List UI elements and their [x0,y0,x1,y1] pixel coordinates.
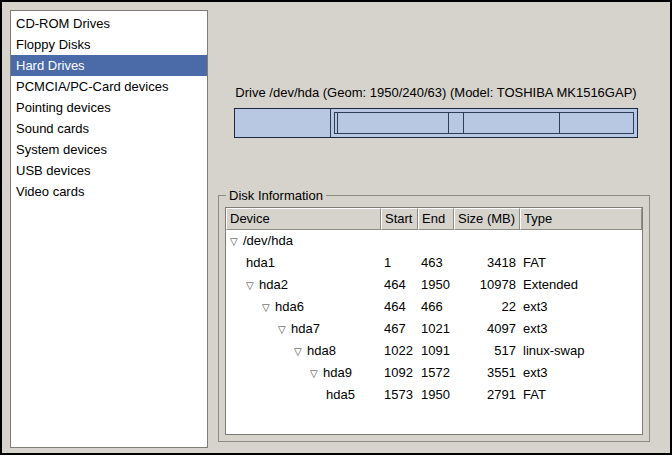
end-cell: 463 [418,252,454,274]
bar-segment-hda1[interactable] [235,109,331,137]
device-cell: ▽hda2 [226,274,381,296]
table-row[interactable]: ▽hda8 1022 1091 517 linux-swap [226,340,642,362]
device-cell: ▽hda9 [226,362,381,384]
table-row[interactable]: hda5 1573 1950 2791 FAT [226,384,642,406]
table-row[interactable]: hda1 1 463 3418 FAT [226,252,642,274]
type-cell: Extended [520,274,642,296]
expander-icon[interactable]: ▽ [246,275,259,296]
expander-icon[interactable]: ▽ [262,297,275,318]
type-cell: ext3 [520,362,642,384]
start-cell [381,230,418,252]
device-label: hda8 [307,343,336,358]
device-cell: ▽/dev/hda [226,230,381,252]
size-cell: 517 [454,340,520,362]
end-cell: 1950 [418,384,454,406]
size-cell [454,230,520,252]
expander-icon[interactable]: ▽ [310,363,323,384]
type-cell: linux-swap [520,340,642,362]
device-label: hda9 [323,365,352,380]
bar-segment-hda7[interactable] [338,112,449,134]
table-row[interactable]: ▽hda6 464 466 22 ext3 [226,296,642,318]
bar-segment-hda8[interactable] [449,112,463,134]
partition-bar [234,108,638,138]
column-header-size[interactable]: Size (MB) [454,208,520,230]
device-category-list: CD-ROM Drives Floppy Disks Hard Drives P… [10,10,208,448]
column-header-device[interactable]: Device [226,208,381,230]
device-label: hda2 [259,277,288,292]
expander-icon[interactable]: ▽ [294,341,307,362]
size-cell: 3418 [454,252,520,274]
device-label: hda6 [275,299,304,314]
size-cell: 4097 [454,318,520,340]
column-header-end[interactable]: End [418,208,454,230]
device-label: hda1 [246,255,275,270]
sidebar-item-usb-devices[interactable]: USB devices [11,160,207,181]
sidebar-item-sound-cards[interactable]: Sound cards [11,118,207,139]
expander-icon[interactable]: ▽ [278,319,291,340]
start-cell: 467 [381,318,418,340]
disk-information-label: Disk Information [226,188,326,203]
table-row[interactable]: ▽hda9 1092 1572 3551 ext3 [226,362,642,384]
end-cell: 1091 [418,340,454,362]
start-cell: 1092 [381,362,418,384]
start-cell: 464 [381,274,418,296]
type-cell: ext3 [520,296,642,318]
expander-icon[interactable]: ▽ [230,231,243,252]
size-cell: 22 [454,296,520,318]
end-cell [418,230,454,252]
sidebar-item-floppy-disks[interactable]: Floppy Disks [11,34,207,55]
sidebar-item-video-cards[interactable]: Video cards [11,181,207,202]
size-cell: 2791 [454,384,520,406]
column-header-start[interactable]: Start [381,208,418,230]
device-label: hda7 [291,321,320,336]
table-header-row: Device Start End Size (MB) Type [226,208,642,230]
start-cell: 1 [381,252,418,274]
table-row[interactable]: ▽hda7 467 1021 4097 ext3 [226,318,642,340]
size-cell: 3551 [454,362,520,384]
sidebar-item-pcmcia-devices[interactable]: PCMCIA/PC-Card devices [11,76,207,97]
hardware-browser-window: CD-ROM Drives Floppy Disks Hard Drives P… [0,0,672,455]
end-cell: 466 [418,296,454,318]
disk-information-frame: Disk Information Device Start End Size (… [218,188,650,442]
device-cell: hda5 [226,384,381,406]
size-cell: 10978 [454,274,520,296]
end-cell: 1572 [418,362,454,384]
device-label: /dev/hda [243,233,293,248]
bar-segment-hda5[interactable] [560,112,635,134]
type-cell [520,230,642,252]
device-cell: hda1 [226,252,381,274]
end-cell: 1950 [418,274,454,296]
partition-table: Device Start End Size (MB) Type ▽/dev/hd… [225,207,643,435]
bar-segment-extended-hda2[interactable] [331,109,637,137]
bar-segment-hda9[interactable] [464,112,560,134]
sidebar-item-cdrom-drives[interactable]: CD-ROM Drives [11,13,207,34]
drive-title: Drive /dev/hda (Geom: 1950/240/63) (Mode… [226,85,646,100]
start-cell: 1573 [381,384,418,406]
column-header-type[interactable]: Type [520,208,642,230]
start-cell: 1022 [381,340,418,362]
table-row[interactable]: ▽/dev/hda [226,230,642,252]
device-cell: ▽hda6 [226,296,381,318]
type-cell: FAT [520,384,642,406]
device-label: hda5 [326,387,355,402]
sidebar-item-pointing-devices[interactable]: Pointing devices [11,97,207,118]
type-cell: FAT [520,252,642,274]
sidebar-item-system-devices[interactable]: System devices [11,139,207,160]
device-cell: ▽hda7 [226,318,381,340]
end-cell: 1021 [418,318,454,340]
sidebar-item-hard-drives[interactable]: Hard Drives [11,55,207,76]
device-cell: ▽hda8 [226,340,381,362]
table-row[interactable]: ▽hda2 464 1950 10978 Extended [226,274,642,296]
type-cell: ext3 [520,318,642,340]
start-cell: 464 [381,296,418,318]
